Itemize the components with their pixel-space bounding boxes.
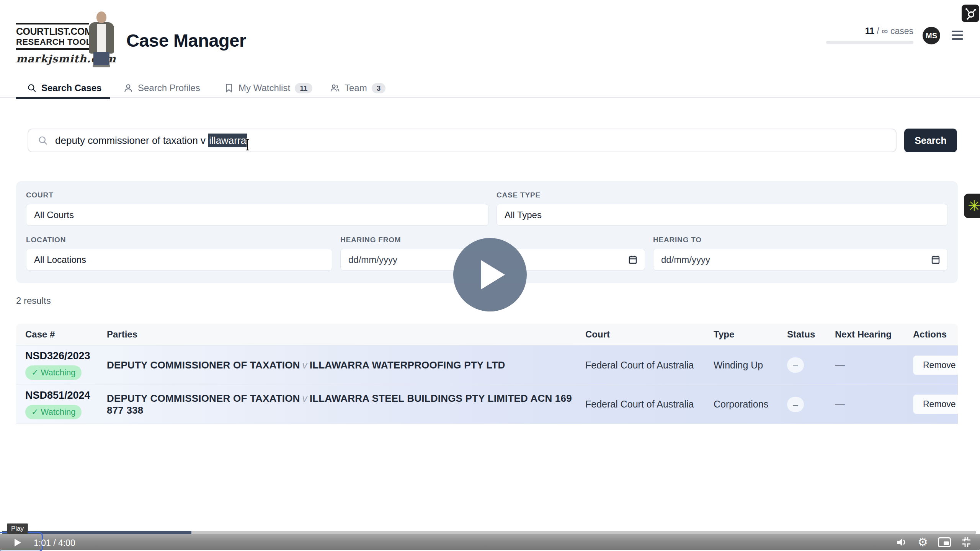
watching-badge: ✓ Watching xyxy=(25,405,82,419)
logo-line2: RESEARCH TOOLS BY xyxy=(16,37,89,50)
usage-progress-bar xyxy=(826,41,913,44)
next-hearing-cell: — xyxy=(835,359,913,371)
col-case: Case # xyxy=(25,329,107,340)
results-count: 2 results xyxy=(16,295,51,306)
play-tooltip: Play xyxy=(7,523,28,534)
col-type: Type xyxy=(714,329,787,340)
search-button[interactable]: Search xyxy=(904,129,957,152)
watching-badge: ✓ Watching xyxy=(25,365,82,380)
play-icon xyxy=(481,260,505,289)
picture-in-picture-icon[interactable] xyxy=(938,537,951,547)
volume-icon[interactable] xyxy=(896,537,908,548)
usage-text: 11 / ∞ cases xyxy=(826,26,913,36)
remove-button[interactable]: Remove xyxy=(913,355,958,375)
next-hearing-cell: — xyxy=(835,398,913,410)
type-cell: Winding Up xyxy=(714,360,787,371)
page-title: Case Manager xyxy=(126,30,246,51)
search-query: deputy commissioner of taxation v illawa… xyxy=(55,135,247,147)
table-row[interactable]: NSD326/2023 ✓ Watching DEPUTY COMMISSION… xyxy=(16,345,958,385)
col-status: Status xyxy=(787,329,835,340)
col-actions: Actions xyxy=(913,329,949,340)
table-row[interactable]: NSD851/2024 ✓ Watching DEPUTY COMMISSION… xyxy=(16,385,958,424)
location-label: LOCATION xyxy=(26,236,332,244)
parties-cell: DEPUTY COMMISSIONER OF TAXATIONvILLAWARR… xyxy=(107,359,585,371)
col-next-hearing: Next Hearing xyxy=(835,329,913,340)
team-count-badge: 3 xyxy=(372,83,386,93)
main-tabs: Search Cases Search Profiles My Watchlis… xyxy=(0,78,980,98)
location-select[interactable]: All Locations xyxy=(26,249,332,271)
bookmark-icon xyxy=(224,83,234,93)
col-court: Court xyxy=(585,329,714,340)
tab-search-profiles[interactable]: Search Profiles xyxy=(123,78,200,98)
status-badge: – xyxy=(787,357,804,373)
video-play-overlay-button[interactable] xyxy=(453,238,527,311)
status-badge: – xyxy=(787,397,804,412)
active-tab-underline xyxy=(16,97,110,99)
usage-meter: 11 / ∞ cases xyxy=(826,26,913,44)
hearing-to-input[interactable]: dd/mm/yyyy xyxy=(653,249,948,271)
logo-photo xyxy=(84,11,118,67)
video-control-bar xyxy=(0,534,980,550)
asterisk-extension-button[interactable]: ✳ xyxy=(964,194,980,218)
remove-button[interactable]: Remove xyxy=(913,395,958,414)
video-play-button[interactable] xyxy=(15,539,21,546)
watchlist-count-badge: 11 xyxy=(295,83,312,93)
settings-gear-icon[interactable]: ⚙ xyxy=(918,536,928,548)
search-icon xyxy=(38,135,48,146)
tab-search-cases[interactable]: Search Cases xyxy=(27,78,101,98)
asterisk-icon: ✳ xyxy=(968,198,980,214)
search-row: deputy commissioner of taxation v illawa… xyxy=(28,129,957,152)
calendar-icon[interactable] xyxy=(629,255,637,264)
selected-text: illawarra xyxy=(208,134,247,147)
tab-my-watchlist[interactable]: My Watchlist 11 xyxy=(224,78,312,98)
case-type-label: CASE TYPE xyxy=(497,191,948,199)
type-cell: Corporations xyxy=(714,399,787,410)
logo-signature: markjsmith.com xyxy=(16,53,89,65)
avatar[interactable]: MS xyxy=(923,27,940,44)
video-right-controls: ⚙ xyxy=(896,536,972,548)
search-icon xyxy=(27,83,37,93)
calendar-icon[interactable] xyxy=(931,255,940,264)
courtlist-logo: COURTLIST.COM.AU RESEARCH TOOLS BY markj… xyxy=(16,11,112,65)
app-header: COURTLIST.COM.AU RESEARCH TOOLS BY markj… xyxy=(16,8,964,65)
court-cell: Federal Court of Australia xyxy=(585,360,714,371)
table-header: Case # Parties Court Type Status Next He… xyxy=(16,324,958,345)
col-parties: Parties xyxy=(107,329,585,340)
person-icon xyxy=(123,83,133,93)
sprocket-icon xyxy=(964,7,977,20)
case-number: NSD326/2023 xyxy=(25,350,107,362)
court-label: COURT xyxy=(26,191,488,199)
fullscreen-icon[interactable] xyxy=(961,536,972,548)
hearing-to-label: HEARING TO xyxy=(653,236,948,244)
menu-icon[interactable] xyxy=(952,31,963,42)
text-cursor-icon xyxy=(245,139,250,151)
search-input[interactable]: deputy commissioner of taxation v illawa… xyxy=(28,129,897,152)
video-progress-track[interactable] xyxy=(2,531,976,534)
video-time-display: 1:01 / 4:00 xyxy=(34,538,75,548)
case-type-select[interactable]: All Types xyxy=(497,204,948,226)
case-number: NSD851/2024 xyxy=(25,390,107,401)
results-table: Case # Parties Court Type Status Next He… xyxy=(16,324,958,424)
court-cell: Federal Court of Australia xyxy=(585,399,714,410)
logo-line1: COURTLIST.COM.AU xyxy=(16,26,89,37)
court-select[interactable]: All Courts xyxy=(26,204,488,226)
team-icon xyxy=(330,83,340,93)
sprocket-extension-button[interactable] xyxy=(962,5,979,22)
case-manager-app: COURTLIST.COM.AU RESEARCH TOOLS BY markj… xyxy=(0,0,980,551)
tab-team[interactable]: Team 3 xyxy=(330,78,385,98)
parties-cell: DEPUTY COMMISSIONER OF TAXATIONvILLAWARR… xyxy=(107,393,585,416)
